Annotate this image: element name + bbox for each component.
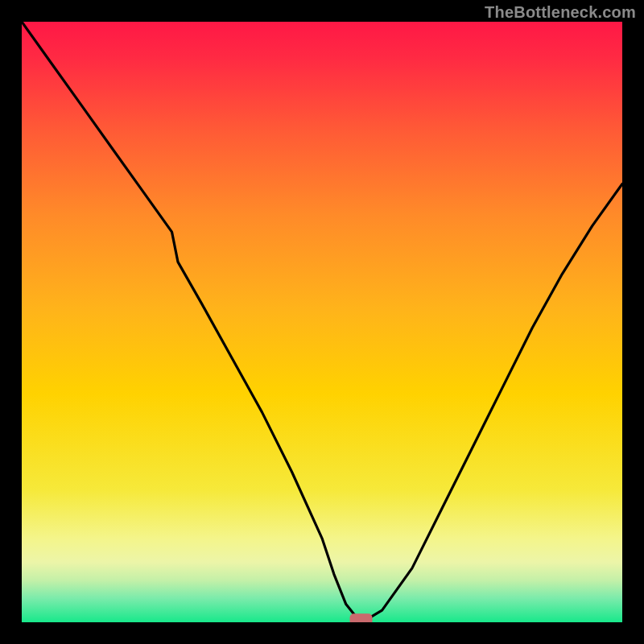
plot-svg <box>22 22 622 622</box>
plot-area <box>22 22 622 622</box>
gradient-background <box>22 22 622 622</box>
watermark-text: TheBottleneck.com <box>485 3 636 22</box>
optimal-marker <box>350 613 373 622</box>
chart-stage: TheBottleneck.com <box>0 0 644 644</box>
